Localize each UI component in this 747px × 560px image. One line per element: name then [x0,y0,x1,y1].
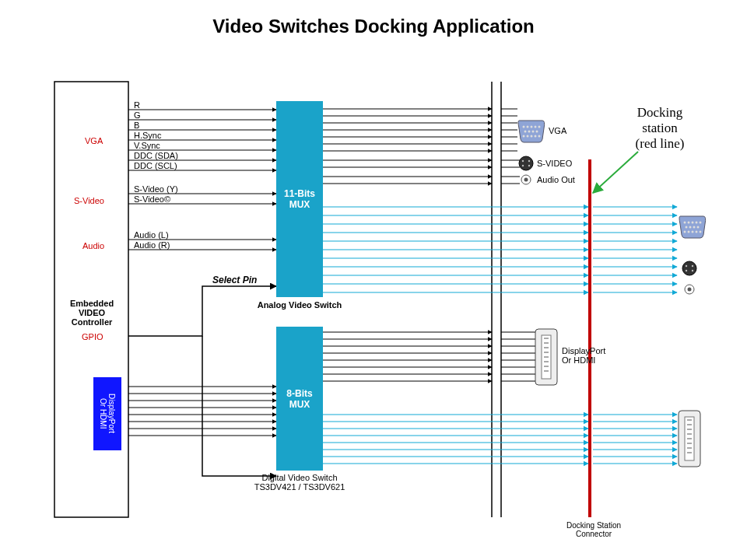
svg-point-115 [522,160,524,162]
svg-point-117 [522,165,524,166]
svg-point-132 [692,231,694,233]
svg-point-127 [689,226,692,229]
sig-sv-y: S-Video (Y) [134,184,178,194]
svg-point-129 [697,226,700,229]
svg-point-139 [692,270,693,271]
svg-point-126 [686,226,688,229]
svg-point-116 [528,160,530,162]
svg-point-113 [538,135,541,138]
svg-point-124 [696,222,698,224]
svg-point-135 [682,261,696,275]
svg-point-107 [532,131,535,133]
svg-point-137 [692,265,693,267]
svg-point-106 [528,131,531,133]
sig-ddc-sda: DDC (SDA) [134,151,178,160]
svg-point-114 [519,156,533,170]
svg-point-141 [688,288,692,292]
svg-point-111 [531,135,533,138]
svg-point-128 [693,226,696,229]
out-svideo: S-VIDEO [537,159,572,168]
svg-point-121 [684,222,686,224]
sig-sv-c: S-Video© [134,194,170,204]
block-8bit-mux: 8-Bits MUX [276,327,323,471]
sig-vsync: V.Sync [134,141,160,150]
select-pin-label: Select Pin [212,275,257,285]
group-gpio: GPIO [82,332,103,341]
sig-g: G [134,110,141,120]
dock-label: Docking station (red line) [613,105,707,152]
svg-point-134 [700,231,702,233]
sig-audio-r: Audio (R) [134,240,170,250]
dock-connector-label: Docking Station Connector [559,521,629,538]
svg-point-118 [528,165,530,166]
ec-l3: Controller [72,317,113,327]
svg-point-109 [523,135,525,138]
ec-l1: Embedded [70,299,114,308]
svg-point-100 [523,126,525,128]
svg-point-102 [531,126,533,128]
svg-point-112 [535,135,537,138]
svg-point-133 [696,231,698,233]
sig-b: B [134,121,139,130]
group-audio: Audio [82,241,104,250]
svg-point-131 [688,231,690,233]
diagram-canvas: Video Switches Docking Application [0,0,747,560]
svg-point-120 [524,178,528,182]
svg-point-125 [700,222,702,224]
svg-point-105 [524,131,527,133]
sig-ddc-scl: DDC (SCL) [134,161,177,170]
digital-switch-label: Digital Video Switch TS3DV421 / TS3DV621 [241,473,358,492]
out-vga: VGA [549,126,566,135]
svg-point-110 [527,135,529,138]
svg-point-122 [688,222,690,224]
block-dp-source: DisplayPort Or HDMI [93,377,121,450]
out-audio: Audio Out [537,175,575,184]
block-11bit-mux: 11-Bits MUX [276,101,323,297]
wiring-svg [0,0,747,560]
embedded-controller-label: Embedded VIDEO Controller [59,299,124,327]
svg-line-4 [593,152,638,193]
group-vga: VGA [85,136,103,145]
sig-audio-l: Audio (L) [134,230,169,240]
svg-point-108 [536,131,538,133]
out-dp: DisplayPort Or HDMI [562,346,605,365]
sig-hsync: H.Sync [134,131,161,140]
svg-point-136 [686,265,687,267]
svg-point-123 [692,222,694,224]
group-svideo: S-Video [74,196,104,205]
ec-l2: VIDEO [79,308,105,317]
sig-r: R [134,100,140,110]
mux8-label: 8-Bits MUX [286,388,312,410]
svg-point-103 [535,126,537,128]
svg-point-130 [684,231,686,233]
mux11-label: 11-Bits MUX [284,188,315,210]
svg-point-104 [538,126,541,128]
svg-point-138 [686,270,687,271]
svg-point-101 [527,126,529,128]
analog-switch-label: Analog Video Switch [257,300,342,310]
dp-source-label: DisplayPort Or HDMI [99,394,116,433]
